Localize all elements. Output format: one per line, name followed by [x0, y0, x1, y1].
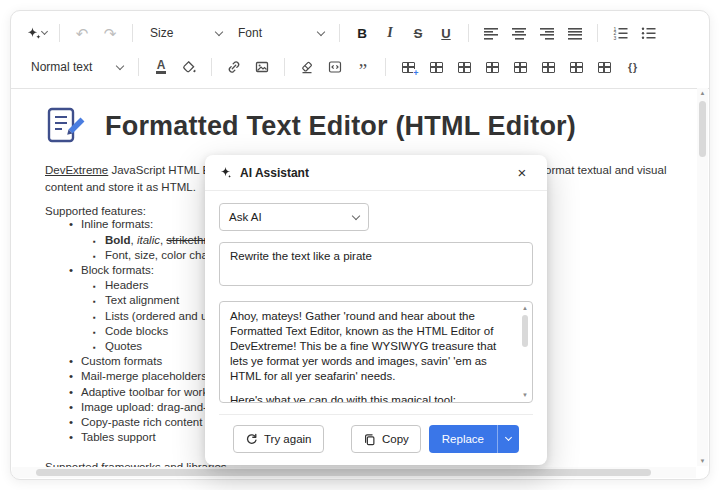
insert-header-row-button[interactable] [423, 54, 449, 80]
insert-row-above-button[interactable] [451, 54, 477, 80]
background-color-icon [182, 60, 197, 74]
undo-button[interactable]: ↶ [69, 20, 95, 46]
copy-icon [363, 433, 376, 446]
dialog-title: AI Assistant [240, 166, 503, 180]
replace-button[interactable]: Replace [429, 425, 497, 453]
insert-column-left-icon [514, 62, 527, 73]
cell-properties-button[interactable]: { } [619, 54, 645, 80]
plus-badge-icon: + [413, 69, 418, 77]
insert-table-icon: + [402, 62, 415, 73]
devextreme-link[interactable]: DevExtreme [45, 164, 108, 176]
toolbar-separator [284, 58, 285, 76]
font-select[interactable]: Font [230, 20, 330, 46]
ai-command-value: Ask AI [229, 211, 262, 223]
chevron-down-icon [505, 434, 512, 441]
undo-icon: ↶ [76, 26, 89, 41]
ordered-list-button[interactable]: 123 [607, 20, 633, 46]
italic-text: italic [137, 234, 160, 246]
underline-icon: U [441, 26, 450, 41]
toolbar-separator [339, 24, 340, 42]
italic-button[interactable]: I [377, 20, 403, 46]
footer-right-group: Copy Replace [351, 425, 519, 453]
horizontal-scroll-thumb[interactable] [36, 469, 651, 476]
try-again-button[interactable]: Try again [233, 425, 324, 453]
background-color-button[interactable] [176, 54, 202, 80]
toolbar-separator [132, 24, 133, 42]
prompt-input[interactable]: Rewrite the text like a pirate [219, 242, 533, 286]
font-color-button[interactable]: A [148, 54, 174, 80]
refresh-icon [245, 433, 258, 446]
align-justify-button[interactable] [562, 20, 588, 46]
scroll-up-arrow[interactable]: ▲ [520, 304, 530, 313]
document-title-row: Formatted Text Editor (HTML Editor) [45, 106, 675, 146]
insert-header-row-icon [430, 62, 443, 73]
toolbar-row-1: ↶ ↷ Size Font B I S U 123 [23, 16, 699, 50]
horizontal-scrollbar[interactable] [12, 467, 696, 478]
edit-document-icon [45, 106, 85, 146]
ai-sparkle-icon [219, 166, 232, 179]
align-left-button[interactable] [478, 20, 504, 46]
chevron-down-icon [41, 28, 48, 35]
blockquote-button[interactable]: ” [350, 54, 376, 80]
align-justify-icon [568, 27, 582, 40]
underline-button[interactable]: U [433, 20, 459, 46]
code-block-button[interactable] [322, 54, 348, 80]
insert-row-below-button[interactable] [479, 54, 505, 80]
dialog-header: AI Assistant × [205, 155, 547, 191]
toolbar-separator [138, 58, 139, 76]
toolbar-separator [59, 24, 60, 42]
scroll-down-arrow[interactable]: ▼ [697, 456, 708, 466]
ai-command-select[interactable]: Ask AI [219, 203, 369, 231]
insert-row-below-icon [486, 62, 499, 73]
chevron-down-icon [215, 27, 223, 35]
toolbar-row-2: Normal text A [23, 50, 699, 84]
chevron-down-icon [116, 61, 124, 69]
align-right-icon [540, 27, 554, 40]
insert-column-left-button[interactable] [507, 54, 533, 80]
vertical-scrollbar[interactable]: ▲ ▼ [697, 88, 708, 466]
replace-dropdown-button[interactable] [497, 425, 519, 453]
scroll-up-arrow[interactable]: ▲ [697, 88, 708, 98]
redo-icon: ↷ [104, 26, 117, 41]
delete-row-icon [570, 62, 583, 73]
chevron-down-icon [352, 211, 360, 219]
output-scrollbar[interactable]: ▲ ▼ [520, 304, 530, 400]
ai-assistant-button[interactable] [23, 20, 50, 46]
redo-button[interactable]: ↷ [97, 20, 123, 46]
font-select-label: Font [238, 26, 262, 40]
insert-table-button[interactable]: + [395, 54, 421, 80]
align-center-button[interactable] [506, 20, 532, 46]
delete-column-button[interactable] [591, 54, 617, 80]
bullet-list-icon [641, 26, 656, 40]
size-select[interactable]: Size [142, 20, 228, 46]
font-color-icon: A [156, 60, 167, 74]
toolbar-separator [468, 24, 469, 42]
strikethrough-button[interactable]: S [405, 20, 431, 46]
bullet-list-button[interactable] [635, 20, 661, 46]
link-button[interactable] [221, 54, 247, 80]
image-button[interactable] [249, 54, 275, 80]
insert-column-right-button[interactable] [535, 54, 561, 80]
paragraph-format-select[interactable]: Normal text [23, 54, 129, 80]
paragraph-format-label: Normal text [31, 60, 92, 74]
insert-row-above-icon [458, 62, 471, 73]
output-scroll-thumb[interactable] [522, 315, 528, 347]
ai-output-paragraph: Here's what ye can do with this magical … [230, 393, 512, 403]
copy-button[interactable]: Copy [351, 425, 421, 453]
bold-icon: B [357, 26, 367, 41]
delete-row-button[interactable] [563, 54, 589, 80]
clear-format-button[interactable] [294, 54, 320, 80]
blockquote-icon: ” [359, 58, 367, 76]
vertical-scroll-thumb[interactable] [699, 101, 706, 157]
dialog-footer: Try again Copy Replace [219, 414, 533, 465]
close-icon[interactable]: × [511, 162, 533, 184]
ai-output-box: Ahoy, mateys! Gather 'round and hear abo… [219, 301, 533, 403]
delete-column-icon [598, 62, 611, 73]
bold-button[interactable]: B [349, 20, 375, 46]
cell-properties-icon: { } [628, 61, 636, 73]
bold-text: Bold [105, 234, 131, 246]
size-select-label: Size [150, 26, 173, 40]
align-right-button[interactable] [534, 20, 560, 46]
scroll-down-arrow[interactable]: ▼ [520, 391, 530, 400]
link-icon [227, 60, 241, 74]
